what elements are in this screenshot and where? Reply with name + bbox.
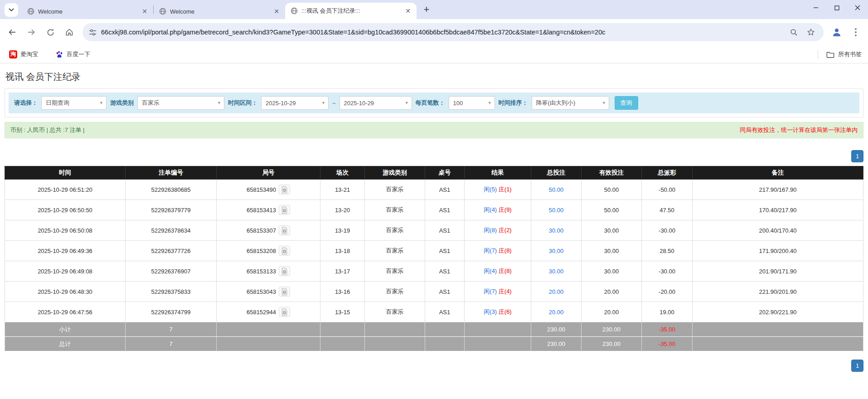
cell-valid-bet: 20.00 xyxy=(582,282,642,302)
total-bet-link[interactable]: 20.00 xyxy=(549,288,564,295)
maximize-button[interactable] xyxy=(826,0,847,15)
cell-remark: 200.40/170.40 xyxy=(693,220,863,241)
subtotal-label: 小计 xyxy=(5,322,126,337)
page-1-button[interactable]: 1 xyxy=(851,150,863,162)
profile-button[interactable] xyxy=(828,24,845,41)
column-header: 有效投注 xyxy=(582,166,642,180)
table-row: 2025-10-29 06:51:20522926380685658153490… xyxy=(5,180,863,200)
tab-bet-records-active[interactable]: :::视讯 会员下注纪录::: ✕ xyxy=(285,3,417,19)
column-header: 场次 xyxy=(320,166,365,180)
cell-payout: -30.00 xyxy=(642,261,693,282)
taobao-icon: 淘 xyxy=(9,50,17,58)
reload-button[interactable] xyxy=(42,24,59,41)
cell-game-type: 百家乐 xyxy=(365,200,425,220)
cell-total-bet: 20.00 xyxy=(531,302,582,322)
cell-valid-bet: 30.00 xyxy=(582,241,642,261)
total-bet-link[interactable]: 30.00 xyxy=(549,248,564,254)
sort-select[interactable]: 降幂(由大到小)▼ xyxy=(532,96,609,110)
total-bet-link[interactable]: 30.00 xyxy=(549,268,564,275)
tab-search-button[interactable] xyxy=(5,3,18,17)
profile-avatar-icon xyxy=(831,27,842,38)
cell-bet-number: 522926377726 xyxy=(126,241,217,261)
home-button[interactable] xyxy=(61,24,78,41)
total-bet-link[interactable]: 20.00 xyxy=(549,309,564,316)
video-replay-button[interactable] xyxy=(279,307,290,317)
total-bet-link[interactable]: 30.00 xyxy=(549,227,564,234)
browser-menu-button[interactable] xyxy=(847,24,864,41)
zoom-button[interactable] xyxy=(787,26,800,39)
page-size-select[interactable]: 100▼ xyxy=(449,96,495,110)
video-replay-icon xyxy=(281,288,288,296)
minimize-button[interactable] xyxy=(805,0,826,15)
video-replay-button[interactable] xyxy=(279,266,290,276)
navigation-bar: 66cxkj98.com/ipl/portal.php/game/betreco… xyxy=(0,19,868,45)
cell-game-type: 百家乐 xyxy=(365,302,425,322)
bookmark-star-button[interactable] xyxy=(805,26,817,39)
cell-table-number: AS1 xyxy=(425,220,465,241)
total-bet-link[interactable]: 50.00 xyxy=(549,186,564,193)
cell-game-type: 百家乐 xyxy=(365,241,425,261)
tab-welcome-2[interactable]: Welcome ✕ xyxy=(154,4,285,19)
date-from-select[interactable]: 2025-10-29▼ xyxy=(261,96,329,110)
column-header: 游戏类别 xyxy=(365,166,425,180)
cell-time: 2025-10-29 06:49:08 xyxy=(5,261,126,282)
tab-title: Welcome xyxy=(170,8,269,15)
cell-table-number: AS1 xyxy=(425,241,465,261)
video-replay-button[interactable] xyxy=(279,246,290,256)
cell-round-number: 658153043 xyxy=(217,282,320,302)
tab-close-icon[interactable]: ✕ xyxy=(141,7,149,15)
tab-welcome-1[interactable]: Welcome ✕ xyxy=(22,4,153,19)
cell-total-bet: 30.00 xyxy=(531,261,582,282)
globe-favicon xyxy=(159,8,166,15)
video-replay-icon xyxy=(281,206,288,214)
total-valid-bet: 230.00 xyxy=(582,337,642,351)
cell-valid-bet: 30.00 xyxy=(582,261,642,282)
cell-total-bet: 50.00 xyxy=(531,200,582,220)
tab-close-icon[interactable]: ✕ xyxy=(272,7,281,15)
pagination-bottom: 1 xyxy=(5,360,863,372)
total-row: 总计 7 230.00 230.00 -35.00 xyxy=(5,337,863,351)
cell-session: 13-18 xyxy=(320,241,365,261)
table-row: 2025-10-29 06:47:56522926374799658152944… xyxy=(5,302,863,322)
subtotal-count: 7 xyxy=(126,322,217,337)
forward-button[interactable] xyxy=(23,24,40,41)
cell-remark: 221.90/201.90 xyxy=(693,282,863,302)
all-bookmarks[interactable]: 所有书签 xyxy=(818,50,862,59)
cell-bet-number: 522926374799 xyxy=(126,302,217,322)
column-header: 结果 xyxy=(465,166,531,180)
page-content: 视讯 会员下注纪录 请选择： 日期查询▼ 游戏类别 百家乐▼ 时间区间： 202… xyxy=(0,63,868,399)
cell-payout: -20.00 xyxy=(642,282,693,302)
chevron-down-icon xyxy=(9,8,14,12)
cell-result: 闲(7) 庄(4) xyxy=(465,282,531,302)
cell-result: 闲(8) 庄(2) xyxy=(465,220,531,241)
cell-round-number: 658153490 xyxy=(217,180,320,200)
bookmark-baidu[interactable]: 百度一下 xyxy=(53,49,93,60)
query-mode-select[interactable]: 日期查询▼ xyxy=(41,96,107,110)
table-body: 2025-10-29 06:51:20522926380685658153490… xyxy=(5,180,863,322)
date-to-select[interactable]: 2025-10-29▼ xyxy=(339,96,412,110)
video-replay-button[interactable] xyxy=(279,185,290,195)
column-header: 桌号 xyxy=(425,166,465,180)
address-bar[interactable]: 66cxkj98.com/ipl/portal.php/game/betreco… xyxy=(82,23,824,41)
game-type-select[interactable]: 百家乐▼ xyxy=(137,96,224,110)
back-button[interactable] xyxy=(4,24,21,41)
total-label: 总计 xyxy=(5,337,126,351)
query-button[interactable]: 查询 xyxy=(615,96,638,110)
page-size-label: 每页笔数： xyxy=(416,99,445,107)
subtotal-valid-bet: 230.00 xyxy=(582,322,642,337)
cell-remark: 171.90/200.40 xyxy=(693,241,863,261)
new-tab-button[interactable]: + xyxy=(420,3,433,16)
globe-favicon xyxy=(291,7,298,15)
bookmark-aitaobao[interactable]: 淘 爱淘宝 xyxy=(6,49,41,60)
cell-session: 13-19 xyxy=(320,220,365,241)
cell-table-number: AS1 xyxy=(425,261,465,282)
video-replay-button[interactable] xyxy=(279,205,290,215)
video-replay-button[interactable] xyxy=(279,225,290,235)
page-1-button[interactable]: 1 xyxy=(851,360,863,372)
tab-close-icon[interactable]: ✕ xyxy=(404,7,412,15)
video-replay-button[interactable] xyxy=(279,287,290,297)
cell-session: 13-17 xyxy=(320,261,365,282)
table-row: 2025-10-29 06:48:30522926375833658153043… xyxy=(5,282,863,302)
total-bet-link[interactable]: 50.00 xyxy=(549,207,564,214)
close-window-button[interactable] xyxy=(847,0,868,15)
